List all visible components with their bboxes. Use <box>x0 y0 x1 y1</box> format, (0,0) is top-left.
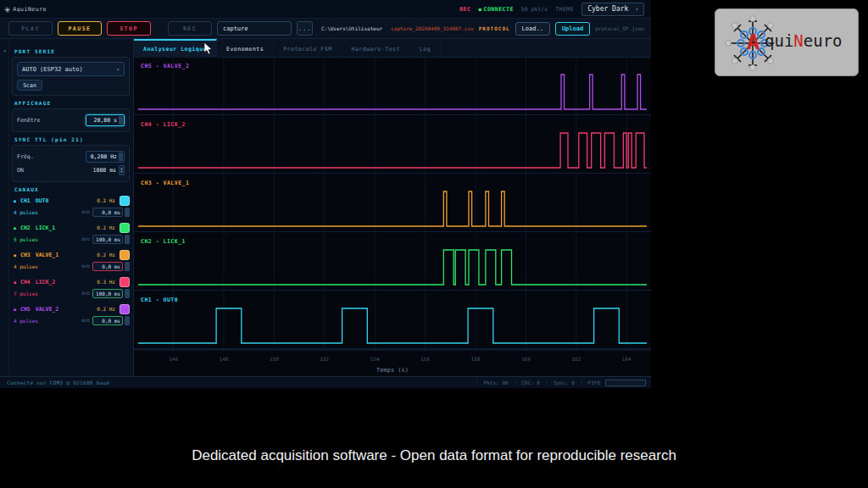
channel-row-ch5[interactable]: ● CH5 VALVE_2 0.2 Hz 4 pulses deb 0,0 ms <box>14 303 130 325</box>
status-bar: Connecté sur COM3 @ 921600 baud | Pkts: … <box>0 376 651 388</box>
title-bar-status-cluster: REC ●CONNECTE 50 pkt/s THEME Cyber Dark … <box>459 3 651 16</box>
window-seconds-input[interactable]: 20,00 s <box>86 114 125 126</box>
tab-hardware-test[interactable]: Hardware-Test <box>342 39 410 58</box>
video-caption: Dedicated acquisition software - Open da… <box>0 447 868 464</box>
spinner-grip-icon[interactable] <box>119 152 123 161</box>
channel-pulse-count: 4 pulses <box>14 318 38 324</box>
display-header: AFFICHAGE <box>14 100 130 106</box>
debounce-label: deb <box>81 236 90 241</box>
mouse-cursor-icon <box>204 42 214 55</box>
channel-name: LICK_1 <box>36 225 55 231</box>
channel-frequency: 0.2 Hz <box>97 252 115 258</box>
channel-active-dot-icon: ● <box>14 198 16 203</box>
channel-row-ch1[interactable]: ● CH1 OUT0 0.2 Hz 4 pulses deb 0,0 ms <box>14 195 130 217</box>
channel-name: VALVE_2 <box>36 306 58 313</box>
packets-counter: Pkts: 90 <box>484 380 509 385</box>
serial-port-dropdown[interactable]: AUTO (ESP32 auto) ▾ <box>17 62 125 76</box>
channel-frequency: 0.2 Hz <box>97 225 115 230</box>
theme-label: THEME <box>555 6 574 13</box>
chevron-down-icon: ▾ <box>116 66 120 72</box>
sidebar-collapse-handle[interactable]: ◂ <box>0 39 9 376</box>
tab-protocole-fsm[interactable]: Protocole FSM <box>274 39 342 58</box>
debounce-label: deb <box>81 318 90 323</box>
capture-name-input[interactable]: capture <box>217 21 292 36</box>
snowflake-logo-icon: ✳ <box>4 4 10 14</box>
channel-list: ● CH1 OUT0 0.2 Hz 4 pulses deb 0,0 ms ● … <box>12 195 130 325</box>
serial-port-value: AUTO (ESP32 auto) <box>22 66 83 73</box>
capture-folder-path: C:\Users\Utilisateur <box>321 25 382 31</box>
logic-analyzer-panel: CH5 - VALVE_2CH4 - LICK_2CH3 - VALVE_1CH… <box>134 58 651 376</box>
window-label: Fenêtre <box>17 117 40 124</box>
x-tick-label: 152 <box>320 356 329 362</box>
tab-log[interactable]: Log <box>410 39 441 58</box>
app-brand-name: AquiNeuro <box>13 6 47 13</box>
rec-button[interactable]: REC <box>168 21 212 36</box>
channel-frequency: 0.3 Hz <box>97 279 115 285</box>
stepper-arrows-icon[interactable]: ▲▼ <box>119 165 125 175</box>
channel-active-dot-icon: ● <box>14 225 16 230</box>
display-panel: Fenêtre 20,00 s <box>12 108 130 132</box>
fifo-gauge <box>605 380 646 386</box>
x-tick-label: 164 <box>622 356 632 362</box>
protocol-upload-button[interactable]: Upload <box>555 22 590 36</box>
serial-port-header: PORT SERIE <box>14 48 130 54</box>
trace-ch4-lick-2 <box>138 133 647 168</box>
channel-color-swatch[interactable] <box>120 223 130 233</box>
channel-id: CH3 <box>20 252 31 258</box>
protocol-load-button[interactable]: Load.. <box>515 22 550 36</box>
trace-ch2-lick-1 <box>138 250 647 285</box>
channel-id: CH4 <box>20 279 31 286</box>
debounce-input[interactable]: 100,0 ms <box>92 289 123 298</box>
screenshot-stage: ✳ AquiNeuro REC ●CONNECTE 50 pkt/s THEME… <box>0 0 868 488</box>
tab-evenements[interactable]: Evenements <box>217 39 274 58</box>
channel-color-swatch[interactable] <box>120 196 130 206</box>
debounce-stepper-icon[interactable] <box>125 289 130 298</box>
x-tick-label: 146 <box>169 356 178 362</box>
debounce-stepper-icon[interactable] <box>125 262 130 271</box>
debounce-input[interactable]: 0,0 ms <box>92 316 123 325</box>
protocol-cluster: PROTOCOL Load.. Upload protocol_OF.json <box>479 22 644 36</box>
on-duration-stepper[interactable]: 1000 ms ▲▼ <box>93 165 125 175</box>
pause-button[interactable]: PAUSE <box>58 21 102 36</box>
settings-sidebar: ◂ PORT SERIE AUTO (ESP32 auto) ▾ Scan AF… <box>0 39 134 376</box>
channel-active-dot-icon: ● <box>14 280 16 285</box>
channel-id: CH1 <box>20 197 31 204</box>
trace-label: CH5 - VALVE_2 <box>141 63 189 69</box>
debounce-input[interactable]: 0,0 ms <box>92 262 123 271</box>
browse-button[interactable]: ... <box>297 21 312 36</box>
channel-row-ch4[interactable]: ● CH4 LICK_2 0.3 Hz 7 pulses deb 100,0 m… <box>14 276 130 298</box>
app-logo: ✳ AquiNeuro <box>0 4 47 14</box>
freq-label: Fréq. <box>17 153 34 160</box>
channel-pulse-count: 5 pulses <box>14 236 38 242</box>
play-button[interactable]: PLAY <box>8 21 53 36</box>
debounce-stepper-icon[interactable] <box>125 316 130 325</box>
channel-name: OUT0 <box>36 197 49 204</box>
spinner-grip-icon[interactable] <box>119 116 123 125</box>
debounce-input[interactable]: 0,0 ms <box>92 208 123 217</box>
channel-color-swatch[interactable] <box>120 277 130 287</box>
debounce-input[interactable]: 100,0 ms <box>92 235 123 244</box>
sync-ttl-header: SYNC TTL (pin 21) <box>14 136 130 142</box>
freq-input[interactable]: 0,200 Hz <box>86 151 125 163</box>
debounce-stepper-icon[interactable] <box>125 208 130 217</box>
debounce-label: deb <box>81 263 90 269</box>
connection-status: ●CONNECTE <box>478 6 513 13</box>
trace-label: CH1 - OUT0 <box>141 297 178 303</box>
acquisition-app-window: ✳ AquiNeuro REC ●CONNECTE 50 pkt/s THEME… <box>0 0 651 388</box>
stop-button[interactable]: STOP <box>107 21 151 36</box>
scan-button[interactable]: Scan <box>17 80 42 91</box>
collapse-arrow-icon: ◂ <box>3 47 6 54</box>
protocol-file-name: protocol_OF.json <box>595 25 644 31</box>
channel-row-ch3[interactable]: ● CH3 VALVE_1 0.2 Hz 4 pulses deb 0,0 ms <box>14 249 130 271</box>
logo-letter-a: A <box>747 30 760 54</box>
x-tick-label: 156 <box>420 356 430 362</box>
x-tick-label: 150 <box>270 356 279 362</box>
channel-color-swatch[interactable] <box>120 304 130 314</box>
sync-counter: Sync: 0 <box>554 380 575 385</box>
logic-analyzer-plot[interactable]: CH5 - VALVE_2CH4 - LICK_2CH3 - VALVE_1CH… <box>134 58 651 376</box>
channel-row-ch2[interactable]: ● CH2 LICK_1 0.2 Hz 5 pulses deb 100,0 m… <box>14 222 130 244</box>
trace-ch1-out0 <box>138 308 647 343</box>
channel-color-swatch[interactable] <box>120 250 130 260</box>
theme-dropdown[interactable]: Cyber Dark ▾ <box>581 3 644 16</box>
debounce-stepper-icon[interactable] <box>125 235 130 244</box>
